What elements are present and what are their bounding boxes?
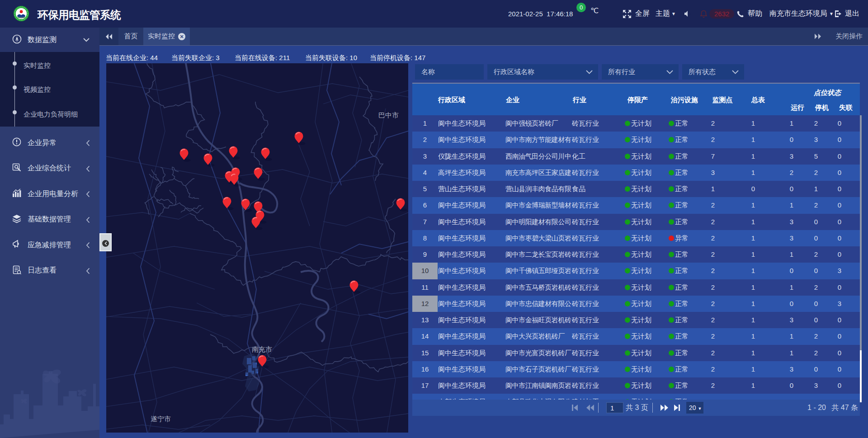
svg-text:巴中市: 巴中市 (378, 111, 399, 119)
svg-text:遂宁市: 遂宁市 (151, 415, 171, 423)
svg-text:南充市: 南充市 (252, 345, 272, 353)
